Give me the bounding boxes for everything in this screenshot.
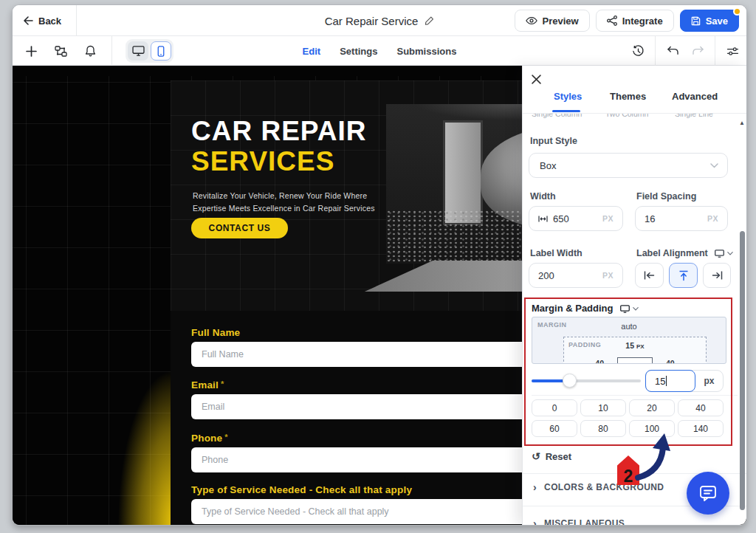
input-placeholder: Full Name: [202, 349, 244, 360]
align-left-icon: [644, 271, 655, 280]
miscellaneous-section[interactable]: › MISCELLANEOUS: [533, 517, 625, 526]
tab-submissions[interactable]: Submissions: [396, 46, 456, 57]
scroll-up-arrow[interactable]: ▲: [739, 120, 745, 126]
label-width-input[interactable]: 200 PX: [529, 263, 623, 288]
notifications-button[interactable]: [82, 43, 98, 59]
header-divider: [76, 5, 77, 36]
curved-arrow-annotation: [630, 432, 672, 481]
slider-filled-track: [532, 379, 566, 382]
toolbar-divider: [715, 36, 715, 66]
panel-tab-themes[interactable]: Themes: [610, 91, 646, 102]
preset-60-button[interactable]: 60: [532, 420, 577, 437]
field-label: Phone: [191, 433, 222, 444]
toolbar-left-group: [23, 36, 173, 66]
back-button[interactable]: Back: [23, 12, 61, 30]
hero-subtitle: Revitalize Your Vehicle, Renew Your Ride…: [193, 190, 375, 215]
hero-title: CAR REPAIR SERVICES: [191, 116, 367, 176]
padding-value-input[interactable]: 15: [645, 370, 695, 392]
chevron-right-icon: ›: [533, 481, 537, 493]
close-icon: [532, 75, 541, 84]
colors-background-section[interactable]: › COLORS & BACKGROUND: [533, 481, 664, 493]
padding-box: PADDING 15 PX 40 40: [563, 337, 707, 364]
undo-button[interactable]: [664, 43, 681, 59]
editor-mode-tabs: Edit Settings Submissions: [303, 36, 457, 66]
app-window: Back Car Repair Service Preview Integrat…: [12, 4, 747, 526]
panel-tab-advanced[interactable]: Advanced: [672, 91, 718, 102]
panel-tab-styles[interactable]: Styles: [554, 91, 582, 102]
reset-button[interactable]: ↺ Reset: [532, 450, 571, 462]
chevron-down-icon[interactable]: [727, 252, 733, 255]
input-style-select[interactable]: Box: [529, 153, 728, 178]
editor-toolbar: Edit Settings Submissions: [13, 36, 746, 66]
toolbar-divider: [111, 36, 112, 66]
reset-icon: ↺: [532, 450, 540, 462]
field-spacing-input[interactable]: 16 PX: [635, 206, 728, 231]
chat-bubble-icon: [699, 485, 717, 501]
preset-0-button[interactable]: 0: [532, 399, 577, 416]
tab-edit[interactable]: Edit: [303, 46, 321, 57]
slider-thumb[interactable]: [563, 374, 577, 388]
margin-top-value[interactable]: auto: [532, 322, 726, 331]
layout-option[interactable]: Single Column: [532, 114, 582, 118]
margin-padding-title: Margin & Padding: [532, 303, 614, 314]
margin-padding-diagram[interactable]: MARGIN auto PADDING 15 PX 40 40: [532, 317, 726, 364]
width-input[interactable]: 650 PX: [529, 206, 623, 231]
padding-top-unit: PX: [636, 343, 645, 350]
version-history-button[interactable]: [630, 43, 646, 59]
top-header: Back Car Repair Service Preview Integrat…: [13, 5, 746, 36]
save-button[interactable]: Save: [680, 10, 739, 32]
align-top-icon: [679, 270, 688, 281]
align-top-button[interactable]: [669, 263, 698, 288]
logic-flow-button[interactable]: [52, 43, 69, 59]
desktop-icon: [132, 46, 145, 56]
align-left-button[interactable]: [635, 263, 664, 288]
integrate-button[interactable]: Integrate: [596, 10, 674, 32]
panel-divider: [532, 395, 738, 396]
margin-padding-header[interactable]: Margin & Padding: [532, 303, 639, 314]
preview-button[interactable]: Preview: [515, 10, 590, 32]
tab-settings[interactable]: Settings: [340, 46, 377, 57]
mobile-icon: [157, 46, 165, 57]
close-panel-button[interactable]: [529, 72, 543, 86]
preset-40-button[interactable]: 40: [678, 399, 724, 416]
active-tab-underline: [552, 110, 580, 112]
padding-slider[interactable]: [532, 379, 641, 382]
edit-pencil-icon[interactable]: [424, 16, 434, 26]
workflow-icon: [55, 46, 67, 57]
sliders-icon: [726, 47, 739, 56]
chevron-down-icon[interactable]: [633, 307, 639, 311]
colors-background-label: COLORS & BACKGROUND: [544, 482, 664, 492]
desktop-view-toggle[interactable]: [128, 41, 148, 61]
align-right-button[interactable]: [703, 263, 731, 288]
mobile-view-toggle[interactable]: [151, 41, 171, 61]
panel-tabs: Styles Themes Advanced: [523, 91, 746, 111]
required-mark: *: [221, 379, 224, 388]
preset-140-button[interactable]: 140: [678, 420, 724, 437]
preset-20-button[interactable]: 20: [629, 399, 675, 416]
chat-support-button[interactable]: [687, 472, 729, 515]
label-alignment-label: Label Alignment: [636, 248, 733, 258]
layout-option[interactable]: Single Line: [675, 114, 713, 118]
text-caret: [666, 376, 667, 386]
input-placeholder: Type of Service Needed - Check all that …: [202, 506, 389, 517]
preferences-button[interactable]: [724, 43, 740, 59]
undo-icon: [667, 46, 679, 56]
input-style-label: Input Style: [530, 136, 577, 146]
contact-us-button[interactable]: CONTACT US: [191, 218, 288, 238]
padding-left-value[interactable]: 40: [595, 359, 604, 365]
field-spacing-label: Field Spacing: [636, 191, 696, 202]
width-arrows-icon: [538, 216, 548, 222]
project-title: Car Repair Service: [325, 5, 435, 36]
header-actions: Preview Integrate Save: [515, 10, 739, 32]
width-value: 650: [553, 213, 569, 224]
bell-icon: [85, 45, 96, 57]
layout-option[interactable]: Two Column: [605, 114, 648, 118]
padding-right-value[interactable]: 40: [666, 359, 675, 365]
hero-title-line1: CAR REPAIR: [191, 116, 367, 146]
preset-80-button[interactable]: 80: [580, 420, 626, 437]
add-element-button[interactable]: [23, 43, 39, 59]
panel-scrollbar-thumb[interactable]: [740, 231, 745, 510]
preset-10-button[interactable]: 10: [580, 399, 626, 416]
padding-top-value[interactable]: 15 PX: [564, 341, 706, 350]
redo-button[interactable]: [690, 43, 706, 59]
